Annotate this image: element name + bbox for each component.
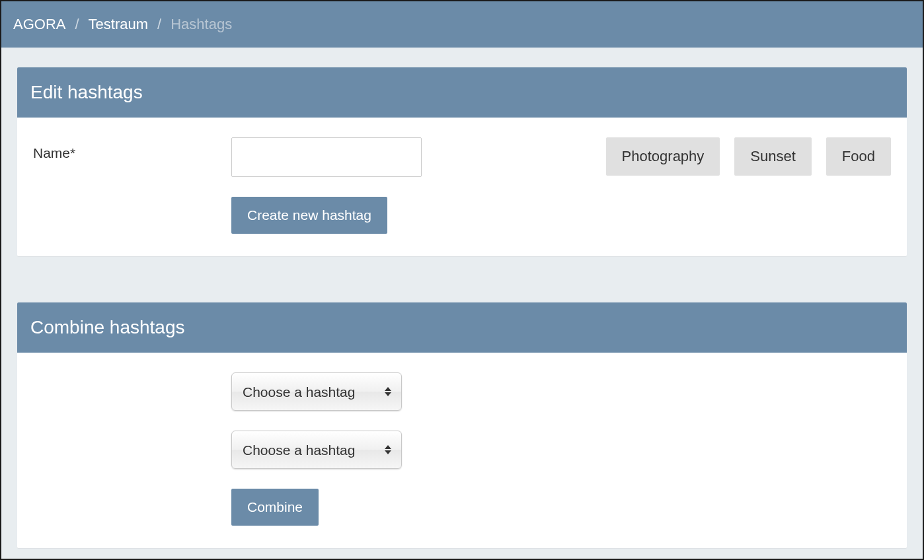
tag-sunset[interactable]: Sunset bbox=[734, 137, 812, 176]
combine-button[interactable]: Combine bbox=[231, 489, 319, 526]
tag-food[interactable]: Food bbox=[826, 137, 891, 176]
breadcrumb-link-testraum[interactable]: Testraum bbox=[89, 16, 148, 33]
breadcrumb-separator: / bbox=[157, 16, 161, 33]
panel-title-combine: Combine hashtags bbox=[17, 302, 907, 353]
breadcrumb-separator: / bbox=[75, 16, 79, 33]
combine-hashtags-panel: Combine hashtags Choose a hashtag Choose… bbox=[17, 302, 907, 548]
name-label: Name* bbox=[33, 137, 231, 161]
name-input[interactable] bbox=[231, 137, 422, 177]
hashtag-select-1[interactable]: Choose a hashtag bbox=[231, 372, 402, 411]
create-hashtag-button[interactable]: Create new hashtag bbox=[231, 197, 387, 234]
tag-photography[interactable]: Photography bbox=[606, 137, 720, 176]
breadcrumb-link-agora[interactable]: AGORA bbox=[13, 16, 65, 33]
edit-hashtags-panel: Edit hashtags Name* Photography Sunset F… bbox=[17, 67, 907, 256]
breadcrumb-current: Hashtags bbox=[171, 16, 232, 33]
existing-tags: Photography Sunset Food bbox=[606, 137, 891, 176]
hashtag-select-2[interactable]: Choose a hashtag bbox=[231, 431, 402, 469]
panel-title-edit: Edit hashtags bbox=[17, 67, 907, 118]
breadcrumb: AGORA / Testraum / Hashtags bbox=[1, 1, 923, 48]
